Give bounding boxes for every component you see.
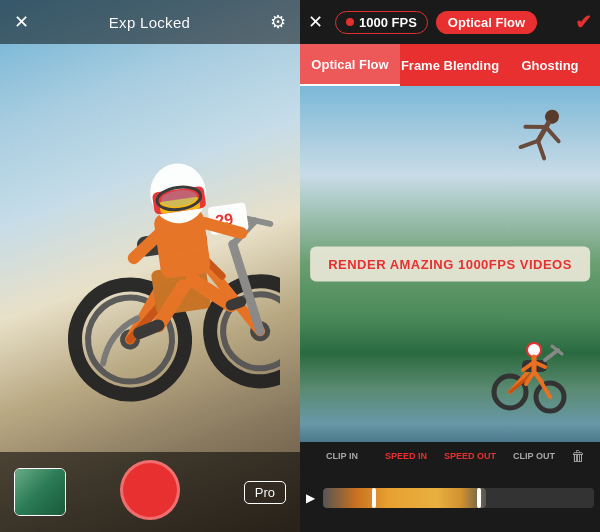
tab-optical-flow[interactable]: Optical Flow xyxy=(300,44,400,86)
timeline-row: ▶ xyxy=(300,464,600,532)
svg-line-33 xyxy=(521,135,538,153)
fps-pill[interactable]: 1000 FPS xyxy=(335,11,428,34)
svg-line-41 xyxy=(545,350,558,360)
optical-flow-pill-label: Optical Flow xyxy=(448,15,525,30)
timeline-track[interactable] xyxy=(323,488,594,508)
fps-label: 1000 FPS xyxy=(359,15,417,30)
tab-ghosting[interactable]: Ghosting xyxy=(500,44,600,86)
timeline-handle-right[interactable] xyxy=(477,488,481,508)
clip-out-label: CLIP OUT xyxy=(502,451,566,461)
left-footer: Pro xyxy=(0,452,300,532)
render-text-prefix: RENDER AMAZING xyxy=(328,257,458,272)
trash-icon[interactable]: 🗑 xyxy=(566,448,590,464)
svg-line-18 xyxy=(139,325,160,333)
rider-illustration: 29 xyxy=(20,50,280,420)
right-main-content: RENDER AMAZING 1000FPS VIDEOS xyxy=(300,86,600,442)
clip-in-label: CLIP IN xyxy=(310,451,374,461)
render-text: RENDER AMAZING 1000FPS VIDEOS xyxy=(328,257,572,272)
render-text-suffix: VIDEOS xyxy=(516,257,572,272)
left-header-title: Exp Locked xyxy=(109,14,190,31)
falling-person-icon xyxy=(512,104,572,164)
fps-dot xyxy=(346,18,354,26)
left-gear-icon[interactable]: ⚙ xyxy=(270,11,286,33)
play-button[interactable]: ▶ xyxy=(306,491,315,505)
optical-flow-active-pill[interactable]: Optical Flow xyxy=(436,11,537,34)
pro-button[interactable]: Pro xyxy=(244,481,286,504)
right-close-icon[interactable]: ✕ xyxy=(308,11,323,33)
right-tabs: Optical Flow Frame Blending Ghosting xyxy=(300,44,600,86)
render-text-overlay: RENDER AMAZING 1000FPS VIDEOS xyxy=(310,247,590,282)
svg-line-32 xyxy=(543,127,562,141)
speed-in-label: SPEED IN xyxy=(374,451,438,461)
speed-out-label: SPEED OUT xyxy=(438,451,502,461)
bike-water-icon xyxy=(490,332,570,422)
right-panel: ✕ 1000 FPS Optical Flow ✔ Optical Flow F… xyxy=(300,0,600,532)
record-button[interactable] xyxy=(120,460,180,520)
right-footer: CLIP IN SPEED IN SPEED OUT CLIP OUT 🗑 ▶ xyxy=(300,442,600,532)
tab-frame-blending-label: Frame Blending xyxy=(401,58,499,73)
tab-optical-flow-label: Optical Flow xyxy=(311,57,388,72)
svg-line-20 xyxy=(231,302,241,305)
tab-ghosting-label: Ghosting xyxy=(521,58,578,73)
timeline-handle-left[interactable] xyxy=(372,488,376,508)
tab-frame-blending[interactable]: Frame Blending xyxy=(400,44,500,86)
left-close-icon[interactable]: ✕ xyxy=(14,11,29,33)
left-header: ✕ Exp Locked ⚙ xyxy=(0,0,300,44)
render-fps-text: 1000FPS xyxy=(458,257,516,272)
right-header: ✕ 1000 FPS Optical Flow ✔ xyxy=(300,0,600,44)
timeline-fill xyxy=(323,488,486,508)
confirm-checkmark[interactable]: ✔ xyxy=(575,10,592,34)
left-panel: 29 ✕ Exp Locked ⚙ xyxy=(0,0,300,532)
thumbnail-preview[interactable] xyxy=(14,468,66,516)
timeline-labels: CLIP IN SPEED IN SPEED OUT CLIP OUT 🗑 xyxy=(300,442,600,464)
